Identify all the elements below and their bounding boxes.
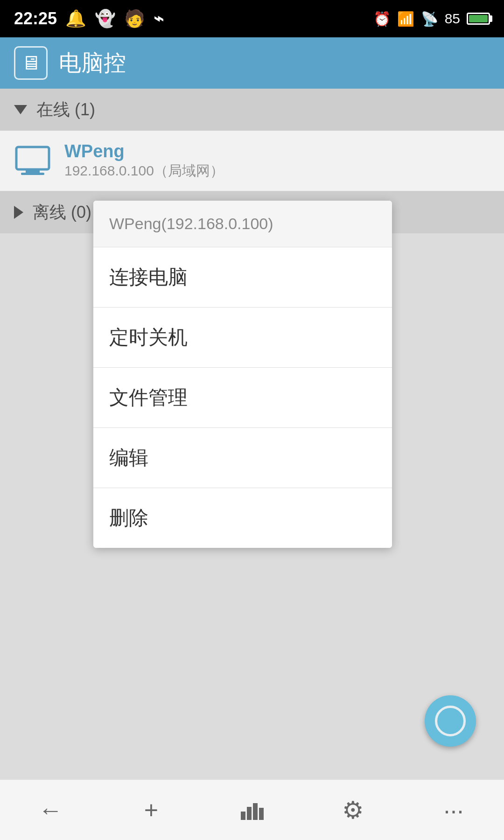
menu-item-delete[interactable]: 删除 xyxy=(93,488,392,548)
svg-rect-4 xyxy=(247,807,252,820)
snapchat-icon: 👻 xyxy=(95,9,116,28)
more-button[interactable]: ··· xyxy=(407,791,500,829)
svg-rect-5 xyxy=(253,803,258,820)
menu-item-connect[interactable]: 连接电脑 xyxy=(93,247,392,308)
app-title: 电脑控 xyxy=(59,48,126,78)
back-button[interactable]: ← xyxy=(4,791,97,829)
signal-icon: 📡 xyxy=(421,11,438,27)
add-button[interactable]: + xyxy=(105,791,198,829)
menu-item-edit[interactable]: 编辑 xyxy=(93,428,392,488)
app-logo: 🖥 xyxy=(14,46,48,80)
notification-icon: 🔔 xyxy=(65,9,86,28)
bottom-nav: ← + ⚙ ··· xyxy=(0,779,504,840)
context-menu: WPeng(192.168.0.100) 连接电脑 定时关机 文件管理 编辑 删… xyxy=(93,201,392,548)
usb-icon: ⌁ xyxy=(154,9,164,28)
person-icon: 🧑 xyxy=(124,9,145,28)
monitor-icon: 🖥 xyxy=(21,52,41,74)
menu-item-timer-shutdown[interactable]: 定时关机 xyxy=(93,308,392,368)
menu-item-file-manager[interactable]: 文件管理 xyxy=(93,368,392,428)
svg-rect-6 xyxy=(259,808,264,820)
settings-button[interactable]: ⚙ xyxy=(306,791,399,829)
status-time: 22:25 xyxy=(14,9,57,28)
battery-icon xyxy=(467,13,490,25)
app-header: 🖥 电脑控 xyxy=(0,37,504,89)
svg-rect-3 xyxy=(241,812,245,820)
battery-percent: 85 xyxy=(445,11,460,27)
stats-button[interactable] xyxy=(205,791,299,829)
wifi-icon: 📶 xyxy=(397,11,414,27)
status-bar: 22:25 🔔 👻 🧑 ⌁ ⏰ 📶 📡 85 xyxy=(0,0,504,37)
context-menu-title: WPeng(192.168.0.100) xyxy=(93,201,392,247)
alarm-icon: ⏰ xyxy=(373,11,391,27)
